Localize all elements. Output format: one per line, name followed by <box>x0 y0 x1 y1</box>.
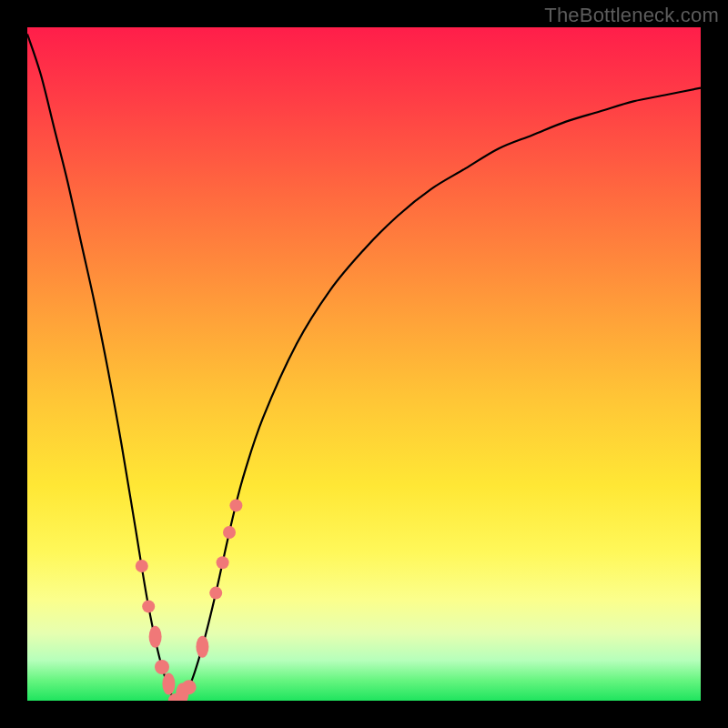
plot-area <box>27 27 701 701</box>
bead <box>217 556 229 569</box>
bead <box>149 626 162 648</box>
highlight-beads <box>136 499 243 701</box>
chart-frame: TheBottleneck.com <box>0 0 728 728</box>
bead <box>136 560 148 572</box>
bead <box>196 636 208 658</box>
bottleneck-curve-svg <box>27 27 701 701</box>
bead <box>182 680 197 694</box>
bead <box>223 526 236 539</box>
watermark-text: TheBottleneck.com <box>544 4 719 27</box>
bead <box>162 673 175 695</box>
bead <box>229 499 242 511</box>
bead <box>142 600 155 612</box>
curve-path <box>27 34 701 701</box>
bead <box>155 660 169 674</box>
bead <box>209 587 222 600</box>
